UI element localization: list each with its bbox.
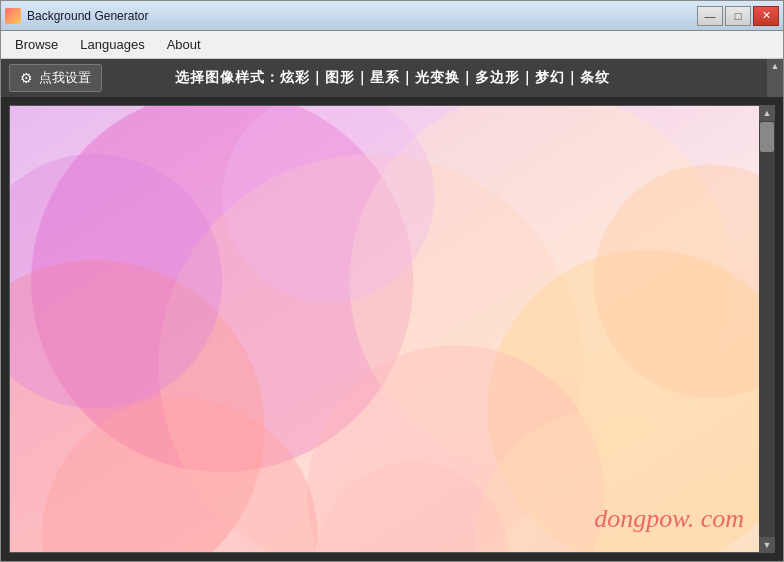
scroll-down-btn[interactable]: ▼ <box>759 537 775 553</box>
window-title: Background Generator <box>27 9 148 23</box>
main-area: dongpow. com ▲ ▼ <box>1 97 783 561</box>
menu-about[interactable]: About <box>157 33 211 56</box>
background-artwork: dongpow. com <box>10 106 774 552</box>
style-bar: ⚙ 点我设置 选择图像样式：炫彩｜图形｜星系｜光变换｜多边形｜梦幻｜条纹 ▲ <box>1 59 783 97</box>
style-options-text: 选择图像样式：炫彩｜图形｜星系｜光变换｜多边形｜梦幻｜条纹 <box>9 69 775 87</box>
settings-label: 点我设置 <box>39 69 91 87</box>
close-button[interactable]: ✕ <box>753 6 779 26</box>
maximize-button[interactable]: □ <box>725 6 751 26</box>
menu-languages[interactable]: Languages <box>70 33 154 56</box>
main-window: Background Generator — □ ✕ Browse Langua… <box>0 0 784 562</box>
scroll-track <box>759 121 775 537</box>
title-bar-buttons: — □ ✕ <box>697 6 779 26</box>
style-bar-scrollbar[interactable]: ▲ <box>767 59 783 97</box>
title-bar: Background Generator — □ ✕ <box>1 1 783 31</box>
watermark-text: dongpow. com <box>594 504 744 534</box>
artwork-svg <box>10 106 774 552</box>
app-icon <box>5 8 21 24</box>
title-bar-left: Background Generator <box>5 8 148 24</box>
canvas-container: dongpow. com <box>9 105 775 553</box>
gear-icon: ⚙ <box>20 70 33 86</box>
minimize-button[interactable]: — <box>697 6 723 26</box>
scroll-thumb[interactable] <box>760 122 774 152</box>
menu-browse[interactable]: Browse <box>5 33 68 56</box>
main-scrollbar[interactable]: ▲ ▼ <box>759 105 775 553</box>
style-options-label: 选择图像样式：炫彩｜图形｜星系｜光变换｜多边形｜梦幻｜条纹 <box>175 69 610 85</box>
menu-bar: Browse Languages About <box>1 31 783 59</box>
settings-button[interactable]: ⚙ 点我设置 <box>9 64 102 92</box>
scroll-up-arrow[interactable]: ▲ <box>769 59 782 73</box>
scroll-up-btn[interactable]: ▲ <box>759 105 775 121</box>
